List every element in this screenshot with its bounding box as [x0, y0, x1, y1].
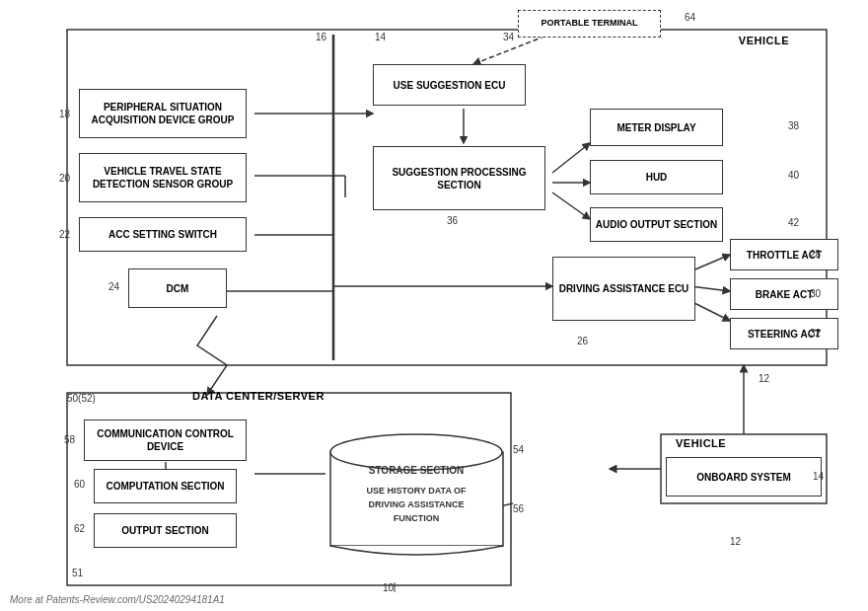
ref-38: 38 [788, 120, 799, 131]
suggestion-processing-box: SUGGESTION PROCESSING SECTION [373, 146, 545, 210]
watermark: More at Patents-Review.com/US20240294181… [10, 594, 225, 605]
storage-svg: STORAGE SECTION USE HISTORY DATA OF DRIV… [326, 432, 508, 561]
svg-text:FUNCTION: FUNCTION [394, 513, 440, 523]
ref-32: 32 [810, 328, 821, 339]
dcm-box: DCM [128, 268, 227, 308]
ref-51: 51 [72, 568, 83, 578]
ref-62: 62 [74, 523, 85, 534]
acc-switch-box: ACC SETTING SWITCH [79, 217, 247, 252]
ref-36: 36 [447, 215, 458, 226]
steering-act-box: STEERING ACT [730, 318, 838, 349]
vehicle-top-label: VEHICLE [739, 35, 789, 46]
ref-12b: 12 [730, 536, 741, 547]
ref-60: 60 [74, 479, 85, 490]
ref-14a: 14 [375, 32, 386, 42]
use-suggestion-ecu-box: USE SUGGESTION ECU [373, 64, 526, 106]
datacenter-label: DATA CENTER/SERVER [192, 390, 325, 402]
svg-text:STORAGE SECTION: STORAGE SECTION [369, 465, 465, 476]
ref-58: 58 [64, 434, 75, 445]
ref-56: 56 [513, 503, 524, 514]
ref-20: 20 [59, 173, 70, 184]
communication-control-box: COMMUNICATION CONTROL DEVICE [84, 420, 247, 461]
svg-text:DRIVING ASSISTANCE: DRIVING ASSISTANCE [368, 499, 464, 509]
ref-50-52: 50(52) [67, 393, 96, 404]
ref-16: 16 [316, 32, 326, 42]
meter-display-box: METER DISPLAY [590, 109, 723, 146]
audio-output-box: AUDIO OUTPUT SECTION [590, 207, 723, 242]
ref-34: 34 [503, 32, 514, 42]
svg-line-13 [690, 255, 730, 271]
onboard-system-box: ONBOARD SYSTEM [666, 457, 822, 496]
svg-line-15 [690, 301, 730, 321]
vehicle2-label: VEHICLE [676, 437, 726, 449]
storage-section-container: STORAGE SECTION USE HISTORY DATA OF DRIV… [326, 432, 508, 561]
svg-line-10 [552, 143, 590, 173]
ref-10: 10 [383, 582, 394, 593]
throttle-act-box: THROTTLE ACT [730, 239, 838, 270]
brake-act-box: BRAKE ACT [730, 278, 838, 310]
ref-64: 64 [685, 12, 695, 23]
patent-diagram: VEHICLE PORTABLE TERMINAL 64 14 34 16 PE… [0, 0, 868, 611]
output-section-box: OUTPUT SECTION [94, 513, 237, 548]
ref-24: 24 [108, 281, 119, 292]
hud-box: HUD [590, 160, 723, 194]
vehicle-travel-box: VEHICLE TRAVEL STATE DETECTION SENSOR GR… [79, 153, 247, 202]
portable-terminal-box: PORTABLE TERMINAL [518, 10, 661, 38]
driving-assistance-ecu-box: DRIVING ASSISTANCE ECU [552, 257, 695, 321]
ref-30: 30 [810, 288, 821, 299]
ref-18: 18 [59, 109, 70, 119]
ref-40: 40 [788, 170, 799, 181]
svg-line-12 [552, 192, 590, 219]
svg-line-14 [690, 286, 730, 291]
ref-12a: 12 [759, 373, 769, 384]
computation-section-box: COMPUTATION SECTION [94, 469, 237, 503]
ref-26: 26 [577, 336, 588, 346]
ref-54: 54 [513, 444, 524, 455]
ref-28: 28 [810, 249, 821, 260]
ref-14b: 14 [813, 471, 824, 482]
ref-42: 42 [788, 217, 799, 228]
svg-text:USE HISTORY DATA OF: USE HISTORY DATA OF [366, 486, 467, 496]
peripheral-box: PERIPHERAL SITUATION ACQUISITION DEVICE … [79, 89, 247, 138]
ref-22: 22 [59, 229, 70, 240]
